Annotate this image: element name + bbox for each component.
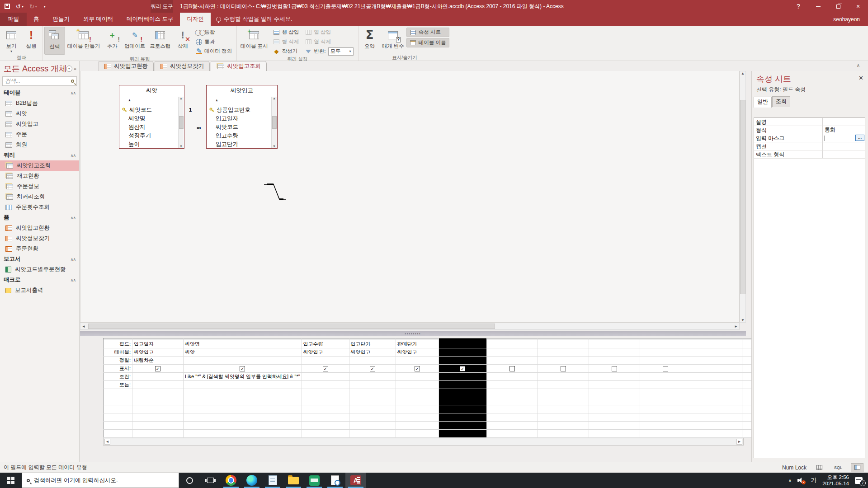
grid-cell-or[interactable] [349, 381, 396, 389]
join-line[interactable] [264, 174, 286, 206]
field-row[interactable]: 입고수량 [209, 131, 271, 140]
nav-menu-icon[interactable]: ▾ [66, 66, 72, 72]
grid-cell-empty[interactable] [589, 381, 640, 389]
grid-cell-sort[interactable] [302, 357, 349, 365]
builder-button[interactable]: ◆ 작성기 [270, 47, 302, 56]
property-row-description[interactable]: 설명 [754, 118, 865, 126]
field-row[interactable]: 씨앗코드 [209, 123, 271, 131]
tab-home[interactable]: 홈 [27, 13, 46, 26]
show-table-button[interactable]: ＋ 테이블 표시 [238, 27, 270, 55]
show-checkbox-unchecked[interactable] [509, 366, 515, 371]
nav-item-report-order-by-seedcode[interactable]: 씨앗코드별주문현황 [0, 264, 79, 275]
run-button[interactable]: ! 실행 [21, 27, 41, 55]
grid-cell-or[interactable] [132, 381, 184, 389]
grid-cell-table[interactable]: 씨앗 [184, 348, 302, 357]
collapse-ribbon-icon[interactable]: ∧ [857, 63, 860, 68]
grid-cell-empty[interactable] [538, 373, 589, 381]
show-checkbox-unchecked[interactable] [663, 366, 668, 371]
view-button[interactable]: 보기 ▾ [1, 27, 21, 55]
restore-icon[interactable] [828, 0, 848, 13]
grid-cell-sort[interactable] [396, 357, 439, 365]
pane-splitter[interactable]: ▪▪▪▪▪▪▪▪ [80, 331, 746, 336]
scrollbar-thumb[interactable] [88, 324, 495, 329]
grid-cell-criteria[interactable] [396, 373, 439, 381]
nav-item-table-seed-in[interactable]: 씨앗입고 [0, 119, 79, 129]
grid-cell-empty[interactable] [538, 381, 589, 389]
grid-cell-or[interactable] [396, 381, 439, 389]
grid-cell-empty[interactable] [538, 357, 589, 365]
show-checkbox-checked[interactable] [240, 366, 245, 371]
property-value[interactable]: 통화 [823, 126, 865, 134]
grid-cell-empty[interactable] [486, 373, 538, 381]
nav-item-form-order-status[interactable]: 주문현황 [0, 244, 79, 254]
property-value[interactable] [823, 150, 865, 158]
property-value[interactable] [823, 118, 865, 126]
grid-cell-empty[interactable] [640, 373, 691, 381]
design-vertical-scrollbar[interactable]: ▲ ▼ [740, 71, 746, 323]
taskbar-app-access[interactable]: A [345, 473, 366, 488]
close-icon[interactable]: × [848, 0, 868, 13]
pass-through-button[interactable]: 통과 [193, 37, 235, 47]
speaker-muted-icon[interactable]: ✕ [797, 477, 805, 483]
property-row-format[interactable]: 형식 통화 [754, 126, 865, 134]
show-checkbox-checked[interactable] [415, 366, 420, 371]
grid-cell-field[interactable]: 입고단가 [349, 340, 396, 348]
shutter-bar-icon[interactable]: « [74, 66, 76, 71]
task-view-button[interactable] [200, 473, 221, 488]
select-query-button[interactable]: 선택 [44, 27, 65, 55]
grid-cell-criteria[interactable] [132, 373, 184, 381]
make-table-button[interactable]: ✳! 테이블 만들기 [65, 27, 102, 55]
grid-cell-or[interactable] [439, 381, 486, 389]
property-row-text-format[interactable]: 텍스트 형식 [754, 150, 865, 159]
nav-item-query-chicory[interactable]: 치커리조회 [0, 192, 79, 202]
property-value-focused[interactable]: ... [823, 134, 865, 142]
nav-item-query-seed-in-lookup[interactable]: 씨앗입고조회 [0, 160, 79, 171]
field-list-seed[interactable]: 씨앗 * 씨앗코드 씨앗명 원산지 성장주기 높이 ▲▼ [119, 85, 184, 149]
design-view-button[interactable] [851, 463, 863, 472]
grid-cell-empty[interactable] [589, 348, 640, 357]
taskbar-app-explorer[interactable] [283, 473, 304, 488]
crosstab-button[interactable]: 크로스탭 [147, 27, 173, 55]
nav-item-table-seed[interactable]: 씨앗 [0, 108, 79, 119]
grid-cell-empty[interactable] [640, 381, 691, 389]
data-definition-button[interactable]: ✎ 데이터 정의 [193, 47, 235, 56]
scroll-left-icon[interactable]: ◄ [82, 324, 85, 328]
grid-cell-sort[interactable] [439, 357, 486, 365]
tab-create[interactable]: 만들기 [46, 13, 77, 26]
show-checkbox-unchecked[interactable] [561, 366, 566, 371]
grid-cell-empty[interactable] [486, 381, 538, 389]
notification-center-icon[interactable]: 7 [855, 477, 863, 484]
nav-section-macros[interactable]: 매크로 ∧∧ [0, 275, 79, 285]
sql-view-button[interactable]: SQL [832, 463, 844, 472]
property-row-input-mask[interactable]: 입력 마스크 ... [754, 134, 865, 142]
grid-cell-empty[interactable] [691, 365, 742, 373]
grid-cell-empty[interactable] [691, 348, 742, 357]
field-list-scrollbar[interactable]: ▲▼ [178, 97, 184, 148]
grid-cell-empty[interactable] [691, 373, 742, 381]
close-icon[interactable]: ✕ [859, 75, 863, 81]
taskbar-app-edge[interactable] [241, 473, 262, 488]
grid-cell-empty[interactable] [589, 357, 640, 365]
grid-cell-sort[interactable]: 내림차순 [132, 357, 184, 365]
show-checkbox-unchecked[interactable] [612, 366, 617, 371]
taskbar-app-chrome[interactable] [221, 473, 241, 488]
field-row[interactable]: 상품입고번호 [209, 106, 271, 114]
grid-cell-empty[interactable] [538, 348, 589, 357]
nav-section-queries[interactable]: 쿼리 ∧∧ [0, 150, 79, 160]
doc-tab-query-seed-in-lookup[interactable]: 씨앗입고조회 [211, 61, 267, 71]
union-button[interactable]: ◯◯ 통합 [193, 28, 235, 37]
start-button[interactable] [0, 473, 22, 488]
grid-cell-field[interactable]: 판매단가 [396, 340, 439, 348]
help-icon[interactable]: ? [788, 0, 808, 13]
scroll-down-icon[interactable]: ▼ [741, 318, 745, 322]
insert-rows-button[interactable]: 행 삽입 [270, 28, 302, 37]
save-icon[interactable] [5, 4, 10, 9]
property-row-caption[interactable]: 캡션 [754, 142, 865, 150]
nav-search-input[interactable]: 검색... [2, 76, 77, 86]
parameters-button[interactable]: ? 매개 변수 [380, 27, 406, 55]
field-row[interactable]: * [209, 97, 271, 106]
props-tab-lookup[interactable]: 조회 [772, 96, 790, 107]
grid-cell-sort[interactable] [184, 357, 302, 365]
clock[interactable]: 오후 2:56 2021-05-14 [822, 474, 849, 487]
hidden-icons-chevron[interactable]: ∧ [788, 478, 792, 483]
